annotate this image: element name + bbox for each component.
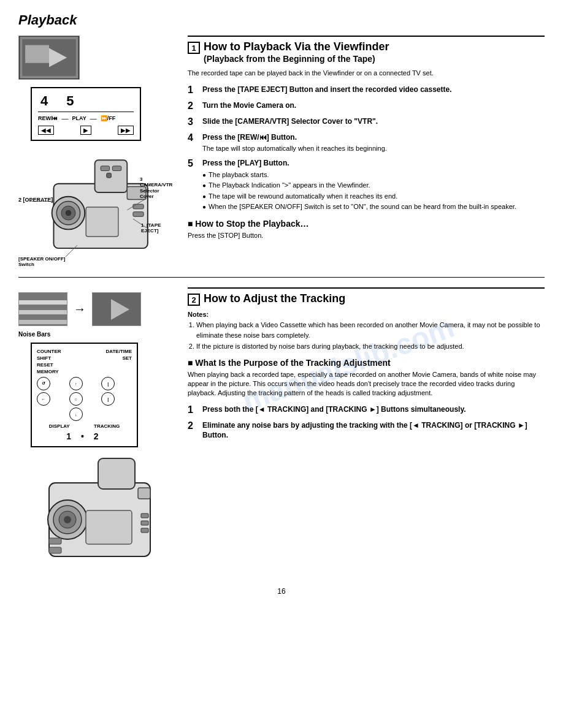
section1-intro: The recorded tape can be played back in …	[188, 69, 545, 78]
step4: 4 Press the [REW/⏮] Button. The tape wil…	[188, 132, 545, 153]
track-btn-3[interactable]: |	[101, 377, 115, 390]
step1-num: 1	[188, 85, 197, 96]
stop-subsection: How to Stop the Playback… Press the [STO…	[188, 219, 545, 240]
svg-rect-38	[141, 528, 148, 533]
svg-rect-33	[98, 458, 135, 489]
step2-text: Turn the Movie Camera on.	[202, 100, 296, 111]
noise-before-image	[18, 292, 67, 326]
tracking-dots: 1 • 2	[37, 431, 132, 441]
svg-rect-34	[138, 488, 150, 499]
play-label: PLAY	[72, 115, 86, 121]
operate-label: 2 [OPERATE]	[18, 195, 53, 203]
svg-point-32	[64, 516, 71, 523]
tracking-labels: DISPLAY TRACKING	[37, 423, 132, 429]
step3-num: 3	[188, 116, 197, 127]
camera-diagram-section2	[18, 452, 166, 575]
svg-rect-15	[133, 204, 144, 209]
control-box: 4 5 REW/⏮ — PLAY — ⏩/FF ◀◀ ▶ ▶▶	[31, 87, 141, 141]
track-btn-7[interactable]: ↓	[69, 408, 83, 421]
purpose-subsection: What Is the Purpose of the Tracking Adju…	[188, 358, 545, 398]
noise-bars-container: →	[18, 292, 178, 326]
viewfinder-thumbnail	[18, 36, 80, 80]
section1-title: How to Playback Via the Viewfinder (Play…	[204, 40, 389, 64]
step1-text: Press the [TAPE EJECT] Button and insert…	[202, 85, 452, 95]
track-btn-1[interactable]: ↺	[37, 377, 50, 390]
play-button[interactable]: ▶	[80, 126, 91, 135]
step3-text: Slide the [CAMERA/VTR] Selector Cover to…	[202, 116, 378, 127]
purpose-title: What Is the Purpose of the Tracking Adju…	[188, 358, 545, 368]
step3: 3 Slide the [CAMERA/VTR] Selector Cover …	[188, 116, 545, 127]
track-btn-6[interactable]: |	[101, 392, 115, 406]
step5: 5 Press the [PLAY] Button. The playback …	[188, 158, 545, 213]
section2-title: How to Adjust the Tracking	[204, 292, 345, 306]
svg-point-9	[66, 210, 72, 216]
s2-step2: 2 Eliminate any noise bars by adjusting …	[188, 420, 545, 441]
ff-button[interactable]: ▶▶	[118, 126, 134, 135]
step5-text: Press the [PLAY] Button.	[202, 158, 516, 169]
step1: 1 Press the [TAPE EJECT] Button and inse…	[188, 85, 545, 96]
tracking-btn-grid: ↺ ↑ | ← ○ | ↓	[37, 377, 132, 421]
note1: When playing back a Video Cassette which…	[196, 320, 545, 340]
camera-vtr-label: 3 CAMERA/VTR Selector Cover	[140, 176, 166, 200]
s2-step1-text: Press both the [◄ TRACKING] and [TRACKIN…	[202, 404, 466, 415]
tracking-box-top: COUNTER SHIFT RESET MEMORY DATE/TIME SET	[37, 349, 132, 374]
reset-label: RESET	[37, 362, 61, 368]
svg-rect-35	[86, 510, 132, 544]
page-number: 16	[18, 587, 545, 596]
right-column-section1: 1 How to Playback Via the Viewfinder (Pl…	[188, 36, 545, 268]
left-column: 4 5 REW/⏮ — PLAY — ⏩/FF ◀◀ ▶ ▶▶	[18, 36, 178, 268]
bullet2: The Playback Indication ">" appears in t…	[202, 181, 516, 190]
memory-label: MEMORY	[37, 369, 61, 374]
svg-rect-2	[25, 45, 49, 63]
s2-step2-num: 2	[188, 420, 197, 431]
track-btn-5[interactable]: ○	[69, 392, 83, 406]
set-label: SET	[105, 355, 132, 361]
s2-step1: 1 Press both the [◄ TRACKING] and [TRACK…	[188, 404, 545, 415]
display-label: DISPLAY	[49, 423, 70, 429]
section-divider	[18, 277, 545, 278]
notes-title: Notes:	[188, 311, 545, 318]
step2: 2 Turn the Movie Camera on.	[188, 100, 545, 112]
camera-diagram-section1: 2 [OPERATE] 3 CAMERA/VTR Selector Cover …	[18, 146, 166, 268]
section1-number: 1	[188, 42, 200, 54]
stop-text: Press the [STOP] Button.	[188, 231, 545, 240]
svg-rect-36	[141, 514, 148, 518]
svg-rect-39	[49, 538, 61, 544]
svg-rect-14	[107, 173, 112, 178]
section2-header: 2 How to Adjust the Tracking	[188, 287, 545, 306]
section2-layout: → Noise Bars COUNTER SHIFT RESET MEMORY	[18, 287, 545, 575]
datetime-col: DATE/TIME SET	[105, 349, 132, 361]
step4-text: Press the [REW/⏮] Button.	[202, 132, 387, 143]
step4-detail: The tape will stop automatically when it…	[202, 144, 387, 153]
svg-rect-40	[49, 547, 61, 553]
right-column-section2: 2 How to Adjust the Tracking Notes: When…	[188, 287, 545, 575]
svg-rect-16	[133, 212, 144, 217]
stop-title: How to Stop the Playback…	[188, 219, 545, 229]
rew-button[interactable]: ◀◀	[38, 126, 54, 135]
datetime-label: DATE/TIME	[105, 349, 132, 354]
control-buttons-row: REW/⏮ — PLAY — ⏩/FF	[38, 112, 134, 122]
playback-icons-row: ◀◀ ▶ ▶▶	[38, 126, 134, 135]
svg-rect-37	[141, 521, 148, 525]
control-numbers: 4 5	[38, 93, 134, 109]
noise-bars-label: Noise Bars	[18, 331, 178, 338]
step5-num: 5	[188, 158, 197, 169]
svg-rect-12	[101, 166, 109, 171]
bullet4: When the [SPEAKER ON/OFF] Switch is set …	[202, 202, 516, 211]
speaker-label: [SPEAKER ON/OFF] Switch	[18, 256, 74, 268]
track-btn-2[interactable]: ↑	[69, 377, 83, 390]
note2: If the picture is distorted by noise bar…	[196, 341, 545, 352]
counter-label: COUNTER	[37, 349, 61, 354]
tracking-control-box: COUNTER SHIFT RESET MEMORY DATE/TIME SET…	[31, 343, 138, 447]
tape-eject-label: 1 [TAPE EJECT]	[141, 222, 166, 234]
purpose-text: When playing back a recorded tape, espec…	[188, 370, 545, 398]
svg-rect-24	[19, 310, 67, 314]
section1-layout: 4 5 REW/⏮ — PLAY — ⏩/FF ◀◀ ▶ ▶▶	[18, 36, 545, 268]
spacer2	[101, 408, 115, 421]
track-btn-4[interactable]: ←	[37, 392, 50, 406]
section1-header: 1 How to Playback Via the Viewfinder (Pl…	[188, 36, 545, 64]
step4-num: 4	[188, 132, 197, 143]
svg-rect-23	[19, 300, 67, 305]
svg-rect-25	[19, 320, 67, 324]
rew-label: REW/⏮	[38, 115, 58, 121]
